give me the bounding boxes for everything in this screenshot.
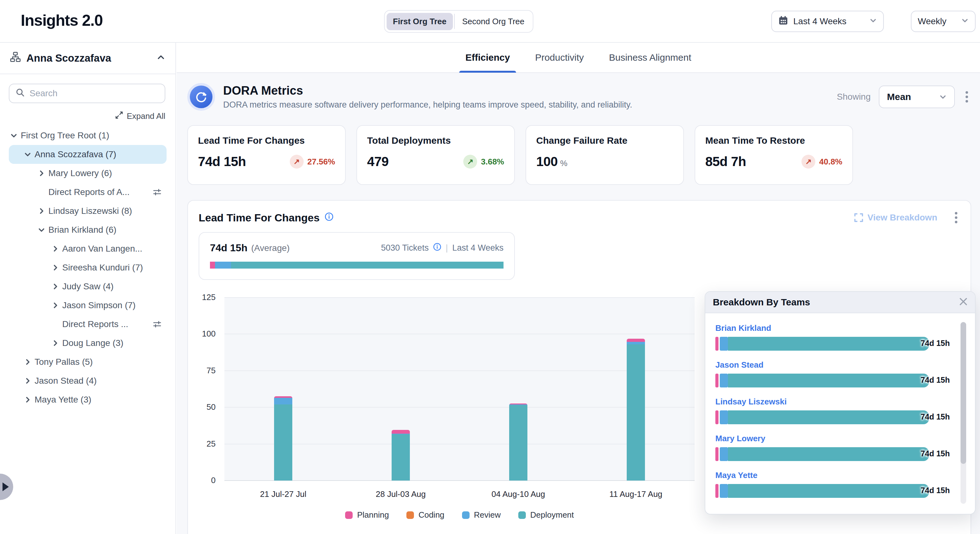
tree-item-doug-lange-3[interactable]: Doug Lange (3) [9, 334, 167, 352]
chevron-right-icon[interactable] [24, 396, 32, 403]
tree-item-aaron-van-langen[interactable]: Aaron Van Langen... [9, 239, 167, 258]
expand-all-icon [115, 111, 123, 121]
metric-title: Mean Time To Restore [705, 135, 842, 146]
tree-item-maya-yette-3[interactable]: Maya Yette (3) [9, 390, 167, 409]
legend-label: Deployment [530, 510, 574, 520]
sidebar-user-name: Anna Scozzafava [26, 52, 151, 64]
toggle-divider [454, 14, 455, 29]
team-link[interactable]: Maya Yette [715, 470, 965, 480]
tree-item-direct-reports[interactable]: Direct Reports ... [9, 315, 167, 334]
expand-all-label: Expand All [127, 111, 165, 121]
tab-business-alignment[interactable]: Business Alignment [609, 43, 691, 73]
info-icon[interactable] [433, 243, 441, 253]
lead-time-chart [224, 298, 695, 481]
deployment-segment [391, 434, 410, 481]
filter-sliders-icon[interactable] [153, 320, 162, 328]
chevron-right-icon[interactable] [24, 377, 32, 385]
delta-value: 3.68% [481, 157, 504, 167]
chevron-right-icon[interactable] [38, 169, 45, 177]
dora-menu-button[interactable] [963, 89, 970, 105]
toggle-first-org-tree[interactable]: First Org Tree [387, 13, 453, 30]
trend-up-icon: ↗ [463, 155, 477, 169]
tree-item-tony-pallas-5[interactable]: Tony Pallas (5) [9, 352, 167, 371]
expand-all-button[interactable]: Expand All [0, 111, 165, 121]
metric-value: 479 [367, 154, 388, 169]
team-link[interactable]: Mary Lowery [715, 434, 965, 443]
tree-item-judy-saw-4[interactable]: Judy Saw (4) [9, 277, 167, 296]
legend-item-deployment[interactable]: Deployment [518, 510, 574, 520]
date-range-select[interactable]: Last 4 Weeks [771, 11, 884, 32]
chevron-down-icon[interactable] [10, 132, 18, 139]
y-tick-label: 100 [188, 329, 216, 339]
metric-title: Lead Time For Changes [198, 135, 335, 146]
chart-legend: PlanningCodingReviewDeployment [224, 510, 695, 520]
granularity-select[interactable]: Weekly [911, 11, 975, 32]
close-icon[interactable] [959, 296, 967, 308]
chart-menu-button[interactable] [952, 209, 960, 226]
deployment-segment [509, 405, 527, 481]
breakdown-row-maya-yette: Maya Yette 74d 15h [715, 470, 965, 498]
delta-badge: ↗ 40.8% [802, 155, 842, 169]
filter-sliders-icon[interactable] [153, 188, 162, 196]
deployment-segment [728, 484, 929, 498]
chevron-right-icon[interactable] [24, 358, 32, 366]
team-link[interactable]: Lindsay Liszewski [715, 397, 965, 406]
toggle-second-org-tree[interactable]: Second Org Tree [456, 13, 531, 30]
aggregation-select[interactable]: Mean [879, 86, 955, 108]
view-breakdown-button[interactable]: View Breakdown [854, 213, 937, 223]
stacked-bar-28-jul-03-aug[interactable] [391, 430, 410, 481]
search-input[interactable] [30, 88, 158, 99]
legend-item-planning[interactable]: Planning [345, 510, 389, 520]
sidebar-search [9, 84, 165, 103]
delta-badge: ↗ 27.56% [290, 155, 335, 169]
tab-productivity[interactable]: Productivity [535, 43, 584, 73]
tree-item-mary-lowery-6[interactable]: Mary Lowery (6) [9, 164, 167, 183]
tree-item-direct-reports-of-a[interactable]: Direct Reports of A... [9, 183, 167, 202]
metric-cards-row: Lead Time For Changes 74d 15h ↗ 27.56%To… [187, 125, 853, 185]
tree-item-anna-scozzafava-7[interactable]: Anna Scozzafava (7) [9, 145, 167, 164]
team-value: 74d 15h [921, 486, 950, 495]
chevron-right-icon[interactable] [38, 207, 45, 215]
team-value: 74d 15h [921, 376, 950, 385]
deployment-segment [274, 405, 292, 481]
chevron-right-icon[interactable] [51, 340, 59, 347]
chevron-up-icon[interactable] [156, 53, 165, 64]
tree-item-sireesha-kunduri-7[interactable]: Sireesha Kunduri (7) [9, 258, 167, 277]
metric-value: 85d 7h [705, 154, 746, 169]
expand-corners-icon [854, 213, 863, 222]
legend-swatch [406, 512, 414, 519]
legend-item-review[interactable]: Review [462, 510, 501, 520]
stacked-bar-11-aug-17-aug[interactable] [627, 339, 645, 481]
info-icon[interactable] [325, 212, 334, 223]
tree-item-lindsay-liszewski-8[interactable]: Lindsay Liszewski (8) [9, 202, 167, 220]
tree-item-label: Tony Pallas (5) [35, 357, 93, 367]
sidebar-header[interactable]: Anna Scozzafava [0, 43, 175, 74]
tree-item-jason-simpson-7[interactable]: Jason Simpson (7) [9, 296, 167, 315]
chevron-right-icon[interactable] [51, 301, 59, 309]
planning-segment [715, 337, 719, 351]
tab-efficiency[interactable]: Efficiency [466, 43, 510, 73]
chevron-right-icon[interactable] [51, 264, 59, 271]
team-link[interactable]: Jason Stead [715, 360, 965, 370]
chevron-down-icon[interactable] [38, 226, 45, 234]
dora-title: DORA Metrics [223, 84, 632, 97]
team-link[interactable]: Brian Kirkland [715, 323, 965, 333]
delta-value: 40.8% [819, 157, 842, 167]
breakdown-row-jason-stead: Jason Stead 74d 15h [715, 360, 965, 387]
chevron-down-icon[interactable] [24, 151, 32, 158]
chevron-right-icon[interactable] [51, 245, 59, 252]
y-tick-label: 75 [188, 366, 216, 376]
search-icon [16, 88, 24, 99]
tree-item-first-org-tree-root-1[interactable]: First Org Tree Root (1) [9, 126, 167, 145]
lead-time-section: Lead Time For Changes View Breakdown 74d… [187, 200, 971, 534]
trend-up-icon: ↗ [802, 155, 815, 169]
stacked-bar-21-jul-27-jul[interactable] [274, 396, 292, 481]
scrollbar-thumb[interactable] [961, 322, 966, 464]
stacked-bar-04-aug-10-aug[interactable] [509, 403, 527, 481]
scrollbar-track[interactable] [961, 322, 966, 504]
tree-item-brian-kirkland-6[interactable]: Brian Kirkland (6) [9, 220, 167, 239]
legend-item-coding[interactable]: Coding [406, 510, 444, 520]
tree-item-jason-stead-4[interactable]: Jason Stead (4) [9, 371, 167, 390]
chevron-right-icon[interactable] [51, 283, 59, 290]
planning-segment [715, 484, 719, 498]
